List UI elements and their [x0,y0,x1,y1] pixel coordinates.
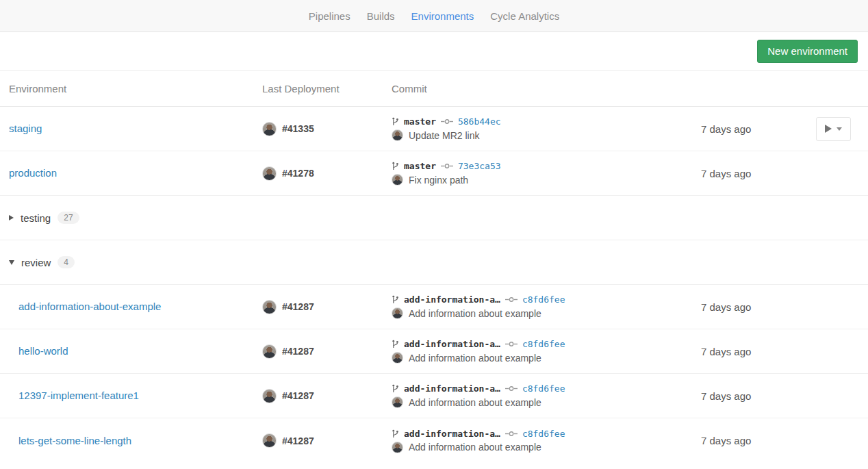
commit-icon [505,296,518,303]
column-header-commit: Commit [392,83,701,94]
environment-folder-review[interactable]: review 4 [0,240,868,285]
table-header-row: Environment Last Deployment Commit [0,71,868,107]
deploy-user-avatar[interactable] [262,300,277,314]
folder-name: testing [21,212,51,224]
environment-row-child: 12397-implement-feature1 #41287 add-info… [0,374,868,418]
commit-message[interactable]: Add information about example [409,308,541,319]
branch-icon [392,117,399,126]
deploy-user-avatar[interactable] [262,389,277,403]
commit-message[interactable]: Update MR2 link [409,130,480,141]
deployment-id: #41287 [282,390,314,401]
commit-author-avatar[interactable] [392,396,403,408]
deployment-id: #41278 [282,168,314,179]
environment-link[interactable]: staging [9,123,42,134]
commit-author-avatar[interactable] [392,174,403,186]
branch-icon [392,340,399,348]
commit-message[interactable]: Fix nginx path [409,175,468,186]
deployment-id: #41287 [282,301,314,312]
chevron-down-icon [837,127,842,131]
chevron-right-icon [9,215,14,220]
actions-bar: New environment [0,32,868,71]
environment-row-child: hello-world #41287 add-information-a… c8… [0,329,868,374]
environment-link[interactable]: hello-world [18,345,68,357]
environment-count-badge: 4 [58,256,75,268]
commit-author-avatar[interactable] [392,307,403,319]
deployment-date: 7 days ago [701,301,808,313]
deploy-user-avatar[interactable] [262,122,277,136]
environment-count-badge: 27 [58,212,79,224]
environment-link[interactable]: production [9,167,57,179]
commit-sha-link[interactable]: 586b44ec [458,116,501,127]
environment-row-production: production #41278 master 73e3ca53 Fix ng… [0,151,868,196]
deployment-id: #41335 [282,123,314,134]
deployment-id: #41287 [282,435,314,446]
commit-icon [441,118,453,125]
branch-name[interactable]: add-information-a… [404,339,500,349]
deployment-date: 7 days ago [701,346,808,357]
environment-row-child: add-information-about-example #41287 add… [0,285,868,329]
deployment-date: 7 days ago [701,123,808,135]
deploy-user-avatar[interactable] [262,433,277,448]
commit-message[interactable]: Add information about example [409,442,541,453]
branch-icon [392,384,399,393]
deployment-id: #41287 [282,346,314,357]
environment-link[interactable]: lets-get-some-line-length [18,435,131,446]
commit-sha-link[interactable]: 73e3ca53 [458,161,501,171]
branch-icon [392,162,399,170]
commit-icon [441,163,453,169]
deployment-date: 7 days ago [701,435,808,446]
branch-icon [392,295,399,304]
branch-name[interactable]: add-information-a… [404,429,500,439]
environment-row-child: lets-get-some-line-length #41287 add-inf… [0,418,868,463]
branch-name[interactable]: add-information-a… [404,383,500,394]
branch-name[interactable]: master [404,116,436,127]
commit-sha-link[interactable]: c8fd6fee [522,339,565,349]
commit-sha-link[interactable]: c8fd6fee [522,294,565,305]
branch-icon [392,429,399,438]
deploy-user-avatar[interactable] [262,166,277,181]
manual-action-dropdown-button[interactable] [816,117,851,141]
environment-link[interactable]: 12397-implement-feature1 [18,390,139,401]
commit-author-avatar[interactable] [392,129,403,141]
commit-icon [505,385,518,392]
branch-name[interactable]: add-information-a… [404,294,500,305]
commit-icon [505,341,518,347]
play-icon [825,125,832,133]
commit-message[interactable]: Add information about example [409,353,541,364]
tab-cycle-analytics[interactable]: Cycle Analytics [490,10,559,22]
column-header-last-deployment: Last Deployment [262,83,392,94]
project-tabs: Pipelines Builds Environments Cycle Anal… [0,0,868,32]
commit-sha-link[interactable]: c8fd6fee [522,429,565,439]
deploy-user-avatar[interactable] [262,344,277,359]
environment-link[interactable]: add-information-about-example [18,301,161,312]
folder-name: review [21,257,51,268]
tab-pipelines[interactable]: Pipelines [309,10,350,22]
deployment-date: 7 days ago [701,168,808,179]
commit-author-avatar[interactable] [392,442,403,453]
branch-name[interactable]: master [404,161,436,171]
column-header-environment: Environment [9,83,262,94]
environments-table: Environment Last Deployment Commit stagi… [0,71,868,463]
tab-builds[interactable]: Builds [367,10,395,22]
new-environment-button[interactable]: New environment [757,40,858,63]
environment-folder-testing[interactable]: testing 27 [0,196,868,240]
environment-row-staging: staging #41335 master 586b44ec Update MR… [0,107,868,151]
chevron-down-icon [9,260,14,265]
commit-sha-link[interactable]: c8fd6fee [522,383,565,394]
deployment-date: 7 days ago [701,390,808,402]
tab-environments[interactable]: Environments [411,10,474,22]
commit-author-avatar[interactable] [392,352,403,364]
commit-message[interactable]: Add information about example [409,397,541,408]
commit-icon [505,431,518,437]
